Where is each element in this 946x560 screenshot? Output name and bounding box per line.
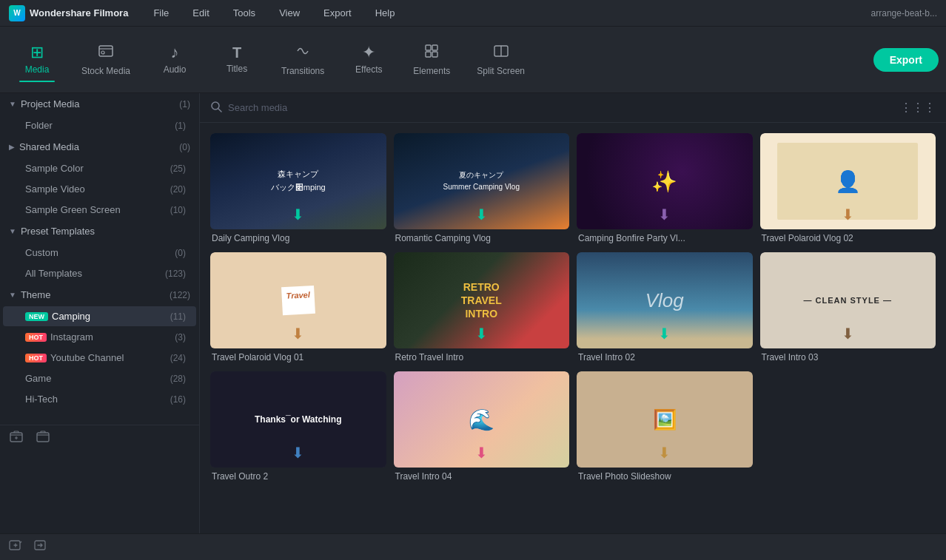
media-card-travel-polaroid2[interactable]: 👤 ⬇ Travel Polaroid Vlog 02 xyxy=(760,133,936,245)
media-card-travel-intro3[interactable]: ⬇ Travel Intro 03 xyxy=(760,252,936,364)
media-thumb-travel-polaroid2: 👤 ⬇ xyxy=(760,133,936,229)
sidebar-item-hitech[interactable]: Hi-Tech (16) xyxy=(3,389,196,409)
sidebar-item-sample-green[interactable]: Sample Green Screen (10) xyxy=(3,200,196,220)
titles-icon: T xyxy=(232,45,241,60)
media-card-travel-intro4[interactable]: ⬇ Travel Intro 04 xyxy=(394,371,570,483)
sidebar-section-theme[interactable]: ▼ Theme (122) xyxy=(0,284,199,306)
media-card-daily-camping[interactable]: ⬇ Daily Camping Vlog xyxy=(210,133,386,245)
toolbar-effects[interactable]: ✦ Effects xyxy=(339,38,398,81)
export-button[interactable]: Export xyxy=(873,48,939,72)
download-icon-7: ⬇ xyxy=(658,325,671,343)
svg-rect-2 xyxy=(426,45,431,50)
media-card-travel-outro[interactable]: ⬇ Travel Outro 2 xyxy=(210,371,386,483)
add-media-icon[interactable] xyxy=(9,539,22,556)
download-icon-8: ⬇ xyxy=(842,325,854,343)
media-title-travel-intro2: Travel Intro 02 xyxy=(577,348,753,364)
chevron-down-icon-2: ▼ xyxy=(9,227,16,235)
sidebar-youtube-label: Youtube Channel xyxy=(50,352,124,363)
instagram-label-row: HOT Instagram xyxy=(25,331,93,343)
sidebar-item-folder[interactable]: Folder (1) xyxy=(3,115,196,135)
media-card-travel-polaroid1[interactable]: Travel ⬇ Travel Polaroid Vlog 01 xyxy=(210,252,386,364)
media-thumb-romantic: ⬇ xyxy=(394,133,570,229)
menu-edit[interactable]: Edit xyxy=(188,4,213,21)
download-icon-9: ⬇ xyxy=(292,444,304,462)
media-title-retro: Retro Travel Intro xyxy=(394,348,570,364)
toolbar-transitions[interactable]: Transitions xyxy=(269,37,336,82)
sidebar-section-preset-templates[interactable]: ▼ Preset Templates xyxy=(0,220,199,242)
media-thumb-travel-outro: ⬇ xyxy=(210,371,386,468)
toolbar-titles-label: Titles xyxy=(227,64,247,74)
menu-file[interactable]: File xyxy=(149,4,173,21)
main-layout: ▼ Project Media (1) Folder (1) ▶ Shared … xyxy=(0,93,946,533)
sidebar-item-instagram[interactable]: HOT Instagram (3) xyxy=(3,327,196,347)
sidebar-sample-green-label: Sample Green Screen xyxy=(25,204,121,215)
menu-export[interactable]: Export xyxy=(319,4,356,21)
menu-help[interactable]: Help xyxy=(371,4,400,21)
menu-bar: W Wondershare Filmora File Edit Tools Vi… xyxy=(0,0,946,27)
sidebar-game-count: (28) xyxy=(170,374,186,384)
transitions-icon xyxy=(295,43,311,62)
toolbar-media[interactable]: ⊞ Media xyxy=(7,38,67,81)
sidebar-item-youtube[interactable]: HOT Youtube Channel (24) xyxy=(3,348,196,368)
media-grid: ⬇ Daily Camping Vlog ⬇ Romantic Camping … xyxy=(200,123,946,533)
import-media-icon[interactable] xyxy=(34,539,47,556)
chevron-down-icon: ▼ xyxy=(9,100,16,108)
camping-label-row: New Camping xyxy=(25,311,90,322)
menu-view[interactable]: View xyxy=(275,4,304,21)
audio-icon: ♪ xyxy=(171,44,179,61)
import-icon[interactable] xyxy=(36,429,50,448)
sidebar-item-custom[interactable]: Custom (0) xyxy=(3,243,196,263)
youtube-label-row: HOT Youtube Channel xyxy=(25,352,124,363)
sidebar-sample-video-count: (20) xyxy=(170,184,186,195)
content-area: ⋮⋮⋮ ⬇ Daily Camping Vlog ⬇ Romantic Camp… xyxy=(200,93,946,533)
sidebar-game-label: Game xyxy=(25,373,51,384)
download-icon-2: ⬇ xyxy=(475,206,488,223)
media-thumb-bonfire: ⬇ xyxy=(577,133,753,229)
sidebar-item-sample-color[interactable]: Sample Color (25) xyxy=(3,158,196,178)
bottom-bar xyxy=(0,533,946,560)
media-card-retro[interactable]: ⬇ Retro Travel Intro xyxy=(394,252,570,364)
search-icon xyxy=(210,101,222,115)
toolbar-transitions-label: Transitions xyxy=(281,66,324,76)
search-input[interactable] xyxy=(228,102,894,113)
sidebar-item-sample-video[interactable]: Sample Video (20) xyxy=(3,179,196,199)
svg-rect-3 xyxy=(432,45,437,50)
media-card-romantic[interactable]: ⬇ Romantic Camping Vlog xyxy=(394,133,570,245)
download-icon-4: ⬇ xyxy=(842,206,854,223)
elements-icon xyxy=(423,43,440,62)
grid-view-icon[interactable]: ⋮⋮⋮ xyxy=(900,101,936,115)
menu-tools[interactable]: Tools xyxy=(229,4,260,21)
sidebar-shared-label: Shared Media xyxy=(19,141,79,152)
sidebar-section-shared-media[interactable]: ▶ Shared Media (0) xyxy=(0,136,199,158)
media-card-bonfire[interactable]: ⬇ Camping Bonfire Party Vl... xyxy=(577,133,753,245)
split-screen-icon xyxy=(493,43,509,62)
toolbar-media-label: Media xyxy=(25,64,50,75)
svg-line-11 xyxy=(218,109,221,112)
user-label: arrange-beat-b... xyxy=(871,8,937,18)
sidebar-all-templates-count: (123) xyxy=(165,269,186,279)
sidebar-camping-label: Camping xyxy=(52,311,90,322)
media-title-polaroid1: Travel Polaroid Vlog 01 xyxy=(210,348,386,364)
sidebar-item-game[interactable]: Game (28) xyxy=(3,368,196,388)
toolbar-titles[interactable]: T Titles xyxy=(207,39,266,80)
media-card-travel-intro2[interactable]: ⬇ Travel Intro 02 xyxy=(577,252,753,364)
media-thumb-travel-intro2: ⬇ xyxy=(577,252,753,348)
sidebar-section-project-media[interactable]: ▼ Project Media (1) xyxy=(0,93,199,115)
sidebar-custom-label: Custom xyxy=(25,247,58,258)
toolbar-elements[interactable]: Elements xyxy=(401,37,462,82)
media-thumb-travel-polaroid1: Travel ⬇ xyxy=(210,252,386,348)
media-title-travel-photo: Travel Photo Slideshow xyxy=(577,468,753,483)
sidebar-preset-label: Preset Templates xyxy=(21,226,95,237)
sidebar-item-camping[interactable]: New Camping (11) xyxy=(3,306,196,326)
toolbar-elements-label: Elements xyxy=(413,66,450,76)
effects-icon: ✦ xyxy=(362,44,375,61)
sidebar-hitech-label: Hi-Tech xyxy=(25,394,58,405)
toolbar-audio[interactable]: ♪ Audio xyxy=(145,38,204,81)
toolbar-split-screen[interactable]: Split Screen xyxy=(465,37,537,82)
sidebar-item-all-templates[interactable]: All Templates (123) xyxy=(3,263,196,283)
add-folder-icon[interactable] xyxy=(9,429,24,448)
toolbar-stock-media[interactable]: Stock Media xyxy=(70,37,142,82)
media-title-romantic: Romantic Camping Vlog xyxy=(394,229,570,245)
sidebar: ▼ Project Media (1) Folder (1) ▶ Shared … xyxy=(0,93,200,533)
media-card-travel-photo[interactable]: 🖼️ ⬇ Travel Photo Slideshow xyxy=(577,371,753,483)
